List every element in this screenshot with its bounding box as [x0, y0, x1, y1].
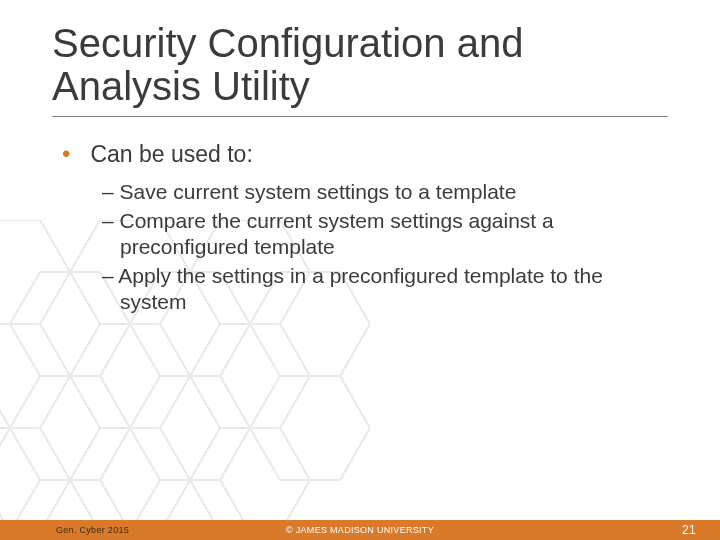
bullet-text: Apply the settings in a preconfigured te…: [118, 264, 602, 313]
bullet-level2: Apply the settings in a preconfigured te…: [102, 263, 668, 314]
bullet-text: Compare the current system settings agai…: [120, 209, 554, 258]
bullet-level1: Can be used to: Save current system sett…: [62, 139, 668, 314]
slide-body: Can be used to: Save current system sett…: [52, 139, 668, 314]
bullet-level2: Save current system settings to a templa…: [102, 179, 668, 205]
page-number: 21: [682, 523, 696, 537]
footer-center: © JAMES MADISON UNIVERSITY: [286, 525, 434, 535]
slide-footer: Gen. Cyber 2015 © JAMES MADISON UNIVERSI…: [0, 520, 720, 540]
slide-title: Security Configuration and Analysis Util…: [52, 22, 668, 117]
slide: Security Configuration and Analysis Util…: [0, 0, 720, 540]
bullet-text: Can be used to:: [90, 141, 252, 167]
footer-left: Gen. Cyber 2015: [56, 525, 129, 535]
bullet-level2: Compare the current system settings agai…: [102, 208, 668, 259]
bullet-text: Save current system settings to a templa…: [120, 180, 517, 203]
